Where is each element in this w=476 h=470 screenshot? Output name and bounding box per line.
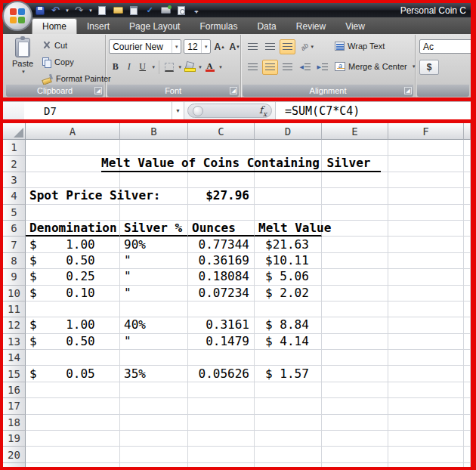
font-color-dropdown[interactable]: ▼ (218, 65, 223, 70)
cell-C5[interactable] (188, 205, 255, 221)
cell-B8[interactable]: " (120, 253, 188, 269)
clipboard-dialog-launcher[interactable]: ◢ (94, 87, 102, 94)
office-button[interactable] (2, 1, 32, 31)
cell-partial-3[interactable] (464, 172, 471, 188)
cell-B16[interactable] (120, 382, 188, 398)
row-header-7[interactable]: 7 (3, 237, 26, 252)
underline-dropdown[interactable]: ▼ (151, 65, 156, 70)
cell-A14[interactable] (26, 350, 120, 366)
tab-view[interactable]: View (335, 19, 375, 34)
cell-E15[interactable] (322, 366, 388, 382)
row-header-8[interactable]: 8 (3, 253, 26, 269)
cell-E6[interactable] (322, 221, 388, 237)
fill-color-dropdown[interactable]: ▼ (198, 65, 202, 70)
row-header-14[interactable]: 14 (3, 350, 26, 366)
cell-A5[interactable] (26, 205, 120, 221)
cell-A9[interactable]: $ 0.25 (26, 269, 120, 285)
format-painter-button[interactable]: Format Painter (42, 72, 111, 85)
row-header-1[interactable]: 1 (3, 140, 26, 156)
paste-dropdown[interactable]: ▼ (21, 70, 26, 74)
underline-button[interactable]: U (136, 60, 149, 74)
tab-page-layout[interactable]: Page Layout (119, 19, 190, 34)
cell-partial-1[interactable] (464, 140, 471, 156)
row-header-19[interactable]: 19 (3, 431, 26, 447)
copy-button[interactable]: Copy (42, 55, 74, 68)
cell-E14[interactable] (322, 350, 388, 366)
cell-A10[interactable]: $ 0.10 (26, 286, 120, 301)
cell-D8[interactable]: $10.11 (255, 253, 322, 269)
cell-A18[interactable] (26, 415, 120, 431)
cell-B5[interactable] (120, 205, 188, 221)
cell-E5[interactable] (322, 205, 388, 221)
row-header-17[interactable]: 17 (3, 398, 26, 414)
cell-partial-8[interactable] (464, 253, 471, 269)
cell-A16[interactable] (26, 382, 120, 398)
fill-color-button[interactable] (183, 60, 196, 74)
cell-C11[interactable] (188, 301, 255, 317)
cell-F1[interactable] (388, 140, 464, 156)
formula-input[interactable]: =SUM(C7*C4) (275, 102, 471, 119)
cell-D21[interactable] (255, 463, 322, 467)
cell-C16[interactable] (188, 382, 255, 398)
row-header-5[interactable]: 5 (3, 205, 26, 221)
cell-F8[interactable] (388, 253, 464, 269)
align-right-button[interactable] (280, 60, 295, 75)
tab-formulas[interactable]: Formulas (190, 19, 247, 34)
bottom-align-button[interactable] (280, 39, 295, 54)
font-size-combo[interactable]: 12 ▼ (184, 39, 211, 54)
cell-A19[interactable] (26, 431, 120, 447)
cell-C10[interactable]: 0.07234 (188, 286, 255, 301)
cell-partial-4[interactable] (464, 188, 471, 204)
cell-E7[interactable] (322, 237, 388, 252)
cell-F7[interactable] (388, 237, 464, 252)
cut-button[interactable]: Cut (42, 39, 67, 51)
cell-C21[interactable] (188, 463, 255, 467)
tab-review[interactable]: Review (286, 19, 335, 34)
cell-D16[interactable] (255, 382, 322, 398)
cell-A7[interactable]: $ 1.00 (26, 237, 120, 252)
cell-F9[interactable] (388, 269, 464, 285)
cell-D13[interactable]: $ 4.14 (255, 334, 322, 350)
cell-B21[interactable] (120, 463, 188, 467)
cell-B15[interactable]: 35% (120, 366, 188, 382)
new-document-button[interactable] (96, 5, 109, 17)
cell-F10[interactable] (388, 286, 464, 301)
orientation-button[interactable]: ab ▼ (297, 39, 318, 54)
name-box-dropdown[interactable]: ▼ (172, 102, 184, 119)
cell-A12[interactable]: $ 1.00 (26, 317, 120, 333)
print-preview-button[interactable] (175, 5, 188, 17)
cell-partial-9[interactable] (464, 269, 471, 285)
row-header-13[interactable]: 13 (3, 334, 26, 350)
cell-E11[interactable] (322, 301, 388, 317)
column-header-partial[interactable] (464, 123, 471, 140)
cell-A11[interactable] (26, 301, 120, 317)
row-header-3[interactable]: 3 (3, 172, 26, 188)
row-header-15[interactable]: 15 (3, 366, 26, 382)
cell-E8[interactable] (322, 253, 388, 269)
row-header-20[interactable]: 20 (3, 447, 26, 462)
column-header-F[interactable]: F (388, 123, 464, 140)
cell-E12[interactable] (322, 317, 388, 333)
cell-E9[interactable] (322, 269, 388, 285)
attachment-button[interactable] (128, 5, 141, 17)
cell-B7[interactable]: 90% (120, 237, 188, 252)
cell-B1[interactable] (120, 140, 188, 156)
cell-partial-19[interactable] (464, 431, 471, 447)
cell-A1[interactable] (26, 140, 120, 156)
name-box[interactable]: D7 (24, 102, 172, 119)
cell-B14[interactable] (120, 350, 188, 366)
cell-F3[interactable] (388, 172, 464, 188)
cell-E3[interactable] (322, 172, 388, 188)
row-header-21[interactable]: 21 (3, 463, 26, 467)
redo-button[interactable]: ↷ (73, 5, 85, 17)
cell-D15[interactable]: $ 1.57 (255, 366, 322, 382)
cell-F14[interactable] (388, 350, 464, 366)
cell-F6[interactable] (388, 221, 464, 237)
cell-partial-20[interactable] (464, 447, 471, 462)
cell-A8[interactable]: $ 0.50 (26, 253, 120, 269)
paste-button[interactable]: Paste ▼ (8, 38, 38, 83)
cell-E1[interactable] (322, 140, 388, 156)
grow-font-button[interactable]: A▲ (213, 39, 226, 54)
tab-data[interactable]: Data (247, 19, 286, 34)
cell-D10[interactable]: $ 2.02 (255, 286, 322, 301)
